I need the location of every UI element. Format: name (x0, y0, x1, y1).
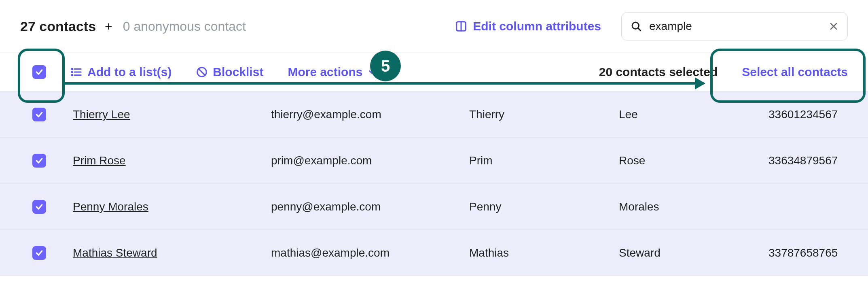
contact-name-link[interactable]: Thierry Lee (73, 108, 130, 121)
table-row: Prim Rose prim@example.com Prim Rose 336… (0, 138, 868, 184)
contact-first-name: Thierry (469, 108, 504, 121)
block-icon (196, 66, 208, 78)
add-to-list-button[interactable]: Add to a list(s) (70, 65, 171, 79)
row-checkbox[interactable] (32, 200, 46, 214)
bulk-action-toolbar: Add to a list(s) Blocklist More actions … (0, 53, 868, 91)
page-header: 27 contacts + 0 anonymous contact Edit c… (0, 0, 868, 53)
selected-count-status: 20 contacts selected (599, 65, 718, 79)
contact-name-link[interactable]: Prim Rose (73, 154, 126, 167)
select-all-contacts-button[interactable]: Select all contacts (742, 65, 848, 79)
edit-column-attributes-label: Edit column attributes (473, 19, 601, 33)
contact-last-name: Steward (619, 246, 661, 259)
svg-point-11 (72, 74, 73, 76)
anonymous-count: 0 anonymous contact (123, 19, 246, 34)
row-checkbox[interactable] (32, 108, 46, 121)
contact-phone: 33601234567 (768, 108, 838, 121)
contact-last-name: Morales (619, 200, 659, 213)
add-to-list-label: Add to a list(s) (87, 65, 171, 79)
row-checkbox[interactable] (32, 154, 46, 168)
search-field[interactable] (621, 12, 848, 40)
contact-email: penny@example.com (271, 200, 381, 213)
contact-first-name: Mathias (469, 246, 509, 259)
contact-email: prim@example.com (271, 154, 372, 167)
chevron-down-icon (367, 68, 376, 76)
search-input[interactable] (649, 20, 821, 33)
svg-point-10 (72, 72, 73, 73)
contact-last-name: Lee (619, 108, 638, 121)
edit-column-attributes-button[interactable]: Edit column attributes (455, 19, 601, 33)
contacts-table: Thierry Lee thierry@example.com Thierry … (0, 91, 868, 276)
svg-line-3 (638, 28, 641, 31)
select-all-checkbox[interactable] (32, 65, 46, 79)
more-actions-label: More actions (288, 65, 362, 79)
contact-name-link[interactable]: Mathias Steward (73, 246, 157, 259)
row-checkbox[interactable] (32, 246, 46, 260)
list-add-icon (70, 66, 83, 78)
contact-email: thierry@example.com (271, 108, 381, 121)
table-row: Penny Morales penny@example.com Penny Mo… (0, 184, 868, 230)
more-actions-dropdown[interactable]: More actions (288, 65, 376, 79)
plus-separator: + (104, 19, 115, 34)
blocklist-button[interactable]: Blocklist (196, 65, 263, 79)
contacts-count-title: 27 contacts (20, 19, 96, 34)
clear-search-button[interactable] (829, 21, 838, 31)
table-row: Mathias Steward mathias@example.com Math… (0, 230, 868, 276)
contact-last-name: Rose (619, 154, 645, 167)
contact-name-link[interactable]: Penny Morales (73, 200, 148, 213)
contact-first-name: Prim (469, 154, 493, 167)
contact-first-name: Penny (469, 200, 501, 213)
columns-icon (455, 20, 467, 32)
blocklist-label: Blocklist (213, 65, 263, 79)
contact-phone: 33787658765 (768, 246, 838, 259)
table-row: Thierry Lee thierry@example.com Thierry … (0, 91, 868, 138)
search-icon (631, 21, 642, 32)
svg-point-9 (72, 68, 73, 70)
svg-line-13 (199, 69, 205, 75)
contact-email: mathias@example.com (271, 246, 390, 259)
contact-phone: 33634879567 (768, 154, 838, 167)
